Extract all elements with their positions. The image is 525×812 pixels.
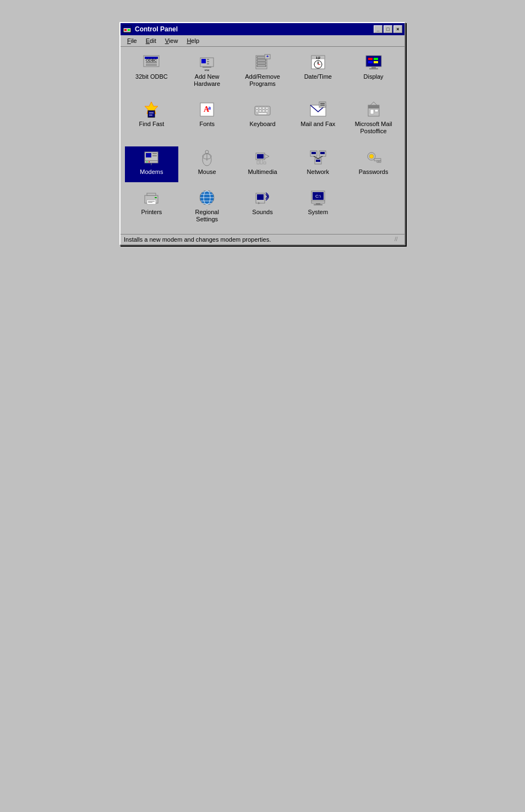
- msmail-icon: [365, 101, 382, 118]
- icon-network[interactable]: Network: [291, 146, 344, 182]
- multimedia-label: Multimedia: [248, 168, 277, 176]
- icon-fonts[interactable]: A a Fonts: [181, 99, 234, 141]
- status-bar: Installs a new modem and changes modem p…: [121, 234, 404, 244]
- window-title: Control Panel: [135, 25, 178, 33]
- icon-grid: ODBC 32bit ODBC HW Add New: [121, 47, 404, 234]
- svg-text:+: +: [266, 54, 269, 59]
- svg-marker-62: [370, 102, 377, 105]
- msmail-label: Microsoft Mail Postoffice: [352, 121, 396, 135]
- resize-handle[interactable]: //: [395, 236, 401, 243]
- svg-rect-34: [374, 61, 378, 63]
- regional-label: Regional Settings: [185, 209, 229, 223]
- icon-add-new-hardware[interactable]: HW Add New Hardware: [181, 51, 234, 94]
- menu-bar: File Edit View Help: [121, 35, 404, 47]
- svg-rect-97: [155, 197, 157, 198]
- findfast-label: Find Fast: [139, 121, 164, 128]
- svg-rect-1: [123, 26, 131, 28]
- mailfax-icon: [309, 101, 327, 118]
- icon-mouse[interactable]: Mouse: [181, 146, 234, 182]
- svg-rect-14: [203, 67, 211, 68]
- modems-label: Modems: [140, 168, 163, 176]
- svg-text:C:\: C:\: [315, 194, 321, 199]
- svg-text:1|2: 1|2: [316, 56, 321, 59]
- menu-edit[interactable]: Edit: [141, 36, 161, 45]
- fonts-icon: A a: [198, 101, 216, 118]
- icon-32bit-odbc[interactable]: ODBC 32bit ODBC: [125, 51, 178, 94]
- minimize-button[interactable]: _: [374, 25, 382, 33]
- icon-display[interactable]: Display: [347, 51, 400, 94]
- title-controls: _ □ ×: [374, 25, 402, 33]
- fonts-label: Fonts: [199, 121, 215, 128]
- icon-sounds[interactable]: Sounds: [236, 187, 289, 230]
- addremove-icon: +: [254, 53, 271, 71]
- svg-rect-32: [374, 58, 378, 60]
- icon-multimedia[interactable]: Multimedia: [236, 146, 289, 182]
- svg-rect-86: [316, 160, 320, 162]
- icon-printers[interactable]: Printers: [125, 187, 178, 230]
- svg-rect-52: [266, 110, 268, 112]
- addremove-label: Add/Remove Programs: [240, 73, 285, 88]
- svg-text:HW: HW: [205, 69, 210, 71]
- icon-add-remove-programs[interactable]: + Add/Remove Programs: [236, 51, 289, 94]
- keyboard-icon: [254, 101, 271, 118]
- status-text: Installs a new modem and changes modem p…: [124, 236, 395, 243]
- datetime-icon: 1|2: [309, 53, 327, 71]
- odbc-label: 32bit ODBC: [135, 73, 168, 80]
- svg-rect-98: [148, 201, 155, 201]
- menu-view[interactable]: View: [161, 36, 183, 45]
- mouse-label: Mouse: [198, 168, 216, 176]
- icon-ms-mail-postoffice[interactable]: Microsoft Mail Postoffice: [347, 99, 400, 141]
- control-panel-window: Control Panel _ □ × File Edit View Help …: [119, 22, 406, 246]
- display-label: Display: [364, 73, 384, 80]
- network-label: Network: [307, 168, 329, 176]
- system-icon: C:\: [309, 189, 327, 206]
- svg-point-74: [205, 150, 209, 154]
- svg-rect-80: [264, 162, 266, 164]
- svg-rect-38: [148, 111, 155, 117]
- svg-rect-91: [374, 159, 381, 161]
- svg-rect-60: [370, 110, 374, 114]
- system-label: System: [308, 209, 328, 216]
- svg-rect-76: [257, 154, 264, 159]
- icon-regional-settings[interactable]: Regional Settings: [181, 187, 234, 230]
- svg-rect-35: [371, 67, 376, 68]
- icon-mail-and-fax[interactable]: Mail and Fax: [291, 99, 344, 141]
- icon-find-fast[interactable]: Find Fast: [125, 99, 178, 141]
- svg-rect-46: [259, 107, 261, 109]
- sounds-icon: [254, 189, 271, 206]
- svg-rect-78: [257, 161, 259, 164]
- icon-datetime[interactable]: 1|2 Date/Time: [291, 51, 344, 94]
- svg-point-69: [149, 161, 150, 162]
- menu-help[interactable]: Help: [182, 36, 204, 45]
- svg-rect-12: [207, 61, 209, 62]
- maximize-button[interactable]: □: [384, 25, 392, 33]
- icon-system[interactable]: C:\ System: [291, 187, 344, 230]
- network-icon: [309, 149, 327, 166]
- printers-label: Printers: [141, 209, 162, 216]
- svg-rect-2: [124, 29, 127, 31]
- svg-rect-7: [146, 62, 157, 63]
- icon-passwords[interactable]: Passwords: [347, 146, 400, 182]
- svg-rect-95: [147, 193, 156, 195]
- svg-rect-36: [369, 68, 378, 69]
- svg-rect-64: [146, 153, 151, 157]
- svg-text:a: a: [208, 105, 211, 111]
- menu-file[interactable]: File: [123, 36, 141, 45]
- svg-rect-111: [311, 201, 325, 203]
- svg-marker-77: [265, 154, 269, 159]
- mouse-icon: [198, 149, 216, 166]
- keyboard-label: Keyboard: [249, 121, 275, 128]
- svg-rect-66: [152, 155, 157, 156]
- svg-rect-49: [256, 110, 258, 112]
- icon-keyboard[interactable]: Keyboard: [236, 99, 289, 141]
- svg-rect-31: [368, 58, 373, 60]
- svg-rect-92: [377, 161, 379, 162]
- svg-rect-3: [128, 29, 130, 31]
- close-button[interactable]: ×: [393, 25, 402, 33]
- icon-modems[interactable]: Modems: [125, 146, 178, 182]
- modems-icon: [143, 149, 160, 166]
- svg-rect-59: [368, 105, 379, 108]
- passwords-icon: [365, 149, 382, 166]
- svg-rect-61: [375, 110, 378, 112]
- sounds-label: Sounds: [252, 209, 272, 216]
